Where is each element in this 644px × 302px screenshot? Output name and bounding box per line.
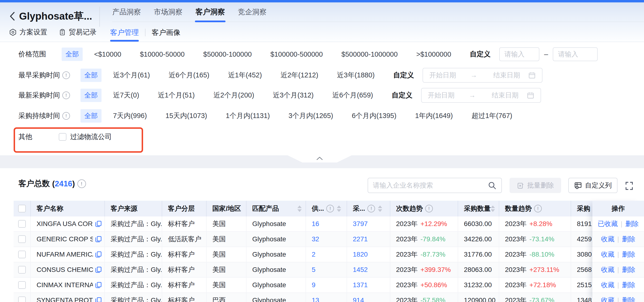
customer-name[interactable]: XINGFA USA CORPO xyxy=(36,220,93,228)
supplier-count-link[interactable]: 32 xyxy=(312,235,319,243)
col-country[interactable]: 国家/地区 xyxy=(206,201,246,216)
earliest-option[interactable]: 近1年(452) xyxy=(228,70,262,80)
copy-icon[interactable] xyxy=(95,235,102,243)
sort-icon[interactable] xyxy=(298,206,302,212)
col-purchase-truncated[interactable]: 采购 xyxy=(571,201,592,216)
delete-link[interactable]: 删除 xyxy=(622,234,636,244)
latest-all-chip[interactable]: 全部 xyxy=(80,89,102,102)
price-option[interactable]: >$1000000 xyxy=(416,50,451,58)
duration-option[interactable]: 超过1年(767) xyxy=(472,111,512,121)
info-icon[interactable] xyxy=(534,205,542,212)
info-icon[interactable] xyxy=(62,92,70,99)
customer-name[interactable]: SYNGENTA PROTEC xyxy=(36,296,93,302)
earliest-option[interactable]: 近6个月(165) xyxy=(169,70,210,80)
duration-option[interactable]: 1年内(1649) xyxy=(415,111,453,121)
row-checkbox[interactable] xyxy=(18,266,26,274)
search-icon[interactable] xyxy=(488,181,496,190)
filter-logistics-checkbox[interactable] xyxy=(59,133,66,141)
delete-link[interactable]: 删除 xyxy=(622,250,636,259)
latest-date-range[interactable]: 开始日期 → 结束日期 xyxy=(421,88,541,103)
supplier-count-link[interactable]: 9 xyxy=(312,281,316,289)
latest-option[interactable]: 近2个月(200) xyxy=(213,90,254,100)
info-icon[interactable] xyxy=(326,205,334,212)
favorite-link[interactable]: 收藏 xyxy=(601,234,614,244)
supplier-count-link[interactable]: 2 xyxy=(312,251,316,258)
sort-icon[interactable] xyxy=(378,206,382,212)
duration-option[interactable]: 3个月内(1265) xyxy=(288,111,333,121)
sort-icon[interactable] xyxy=(337,206,341,212)
favorite-link[interactable]: 收藏 xyxy=(601,265,614,274)
tab-product-insight[interactable]: 产品洞察 xyxy=(112,2,141,22)
company-search-input[interactable] xyxy=(368,182,488,189)
earliest-option[interactable]: 近2年(1212) xyxy=(280,70,318,80)
duration-option[interactable]: 6个月内(1395) xyxy=(352,111,396,121)
col-frequency-trend[interactable]: 次数趋势 xyxy=(390,201,458,216)
info-icon[interactable] xyxy=(78,180,86,188)
earliest-option[interactable]: 近3个月(61) xyxy=(113,70,150,80)
latest-option[interactable]: 近6个月(659) xyxy=(332,90,373,100)
subtab-customer-profile[interactable]: 客户画像 xyxy=(152,24,180,42)
delete-link[interactable]: 删除 xyxy=(622,265,636,274)
latest-custom-label[interactable]: 自定义 xyxy=(392,90,412,100)
earliest-date-range[interactable]: 开始日期 → 结束日期 xyxy=(422,68,542,83)
fullscreen-icon[interactable] xyxy=(624,181,634,191)
delete-link[interactable]: 删除 xyxy=(622,296,636,302)
customer-name[interactable]: GENERIC CROP SCI xyxy=(36,235,93,243)
latest-option[interactable]: 近7天(0) xyxy=(113,90,139,100)
price-option[interactable]: $100000-500000 xyxy=(270,50,323,58)
select-all-checkbox[interactable] xyxy=(18,205,26,212)
favorite-link[interactable]: 收藏 xyxy=(601,250,614,259)
earliest-option[interactable]: 近3年(1880) xyxy=(337,70,374,80)
plan-settings-button[interactable]: 方案设置 xyxy=(9,28,47,37)
copy-icon[interactable] xyxy=(95,251,102,258)
col-quantity-trend[interactable]: 数量趋势 xyxy=(499,201,571,216)
record-count-link[interactable]: 1820 xyxy=(353,251,368,258)
col-customer-source[interactable]: 客户来源 xyxy=(105,201,162,216)
subtab-customer-management[interactable]: 客户管理 xyxy=(110,24,139,42)
customer-name[interactable]: NUFARM AMERICAS, xyxy=(36,251,93,258)
price-custom-label[interactable]: 自定义 xyxy=(470,50,491,59)
record-count-link[interactable]: 1371 xyxy=(353,281,368,289)
supplier-count-link[interactable]: 5 xyxy=(312,266,316,274)
copy-icon[interactable] xyxy=(95,296,102,302)
customer-name[interactable]: CONSUS CHEMICAL xyxy=(36,266,93,274)
customer-name[interactable]: CINMAX INTERNATIO xyxy=(36,281,93,289)
customize-columns-button[interactable]: 自定义列 xyxy=(568,178,618,193)
supplier-count-link[interactable]: 13 xyxy=(312,296,319,302)
duration-option[interactable]: 15天内(1073) xyxy=(166,111,207,121)
duration-option[interactable]: 1个月内(1131) xyxy=(226,111,270,121)
info-icon[interactable] xyxy=(425,205,433,212)
col-records[interactable]: 采... xyxy=(347,201,390,216)
col-customer-name[interactable]: 客户名称 xyxy=(31,201,105,216)
back-button[interactable]: Glyphosate草... xyxy=(9,10,92,23)
delete-link[interactable]: 删除 xyxy=(622,280,636,290)
duration-option[interactable]: 7天内(996) xyxy=(113,111,147,121)
copy-icon[interactable] xyxy=(95,220,102,228)
favorite-link[interactable]: 已收藏 xyxy=(598,219,618,228)
latest-option[interactable]: 近3个月(312) xyxy=(273,90,314,100)
sort-icon[interactable] xyxy=(491,206,495,212)
batch-delete-button[interactable]: 批量删除 xyxy=(510,178,561,193)
price-option[interactable]: $10000-50000 xyxy=(140,50,185,58)
earliest-custom-label[interactable]: 自定义 xyxy=(393,70,414,80)
info-icon[interactable] xyxy=(368,205,375,212)
row-checkbox[interactable] xyxy=(18,235,26,243)
record-count-link[interactable]: 1452 xyxy=(353,266,368,274)
favorite-link[interactable]: 收藏 xyxy=(601,296,614,302)
price-min-input[interactable] xyxy=(499,47,539,61)
row-checkbox[interactable] xyxy=(18,281,26,289)
delete-link[interactable]: 删除 xyxy=(625,219,639,228)
tab-customer-insight[interactable]: 客户洞察 xyxy=(196,2,225,22)
tab-competitor-insight[interactable]: 竞企洞察 xyxy=(238,2,266,22)
price-option[interactable]: $50000-100000 xyxy=(203,50,252,58)
latest-option[interactable]: 近1个月(51) xyxy=(158,90,195,100)
tab-market-insight[interactable]: 市场洞察 xyxy=(154,2,182,22)
row-checkbox[interactable] xyxy=(18,296,26,302)
price-option[interactable]: <$10000 xyxy=(94,50,121,58)
col-purchase-quantity[interactable]: 采购数量 xyxy=(458,201,499,216)
price-max-input[interactable] xyxy=(553,47,598,61)
copy-icon[interactable] xyxy=(95,281,102,289)
duration-all-chip[interactable]: 全部 xyxy=(80,109,102,122)
record-count-link[interactable]: 3797 xyxy=(353,220,368,228)
trade-records-button[interactable]: 贸易记录 xyxy=(59,28,96,37)
